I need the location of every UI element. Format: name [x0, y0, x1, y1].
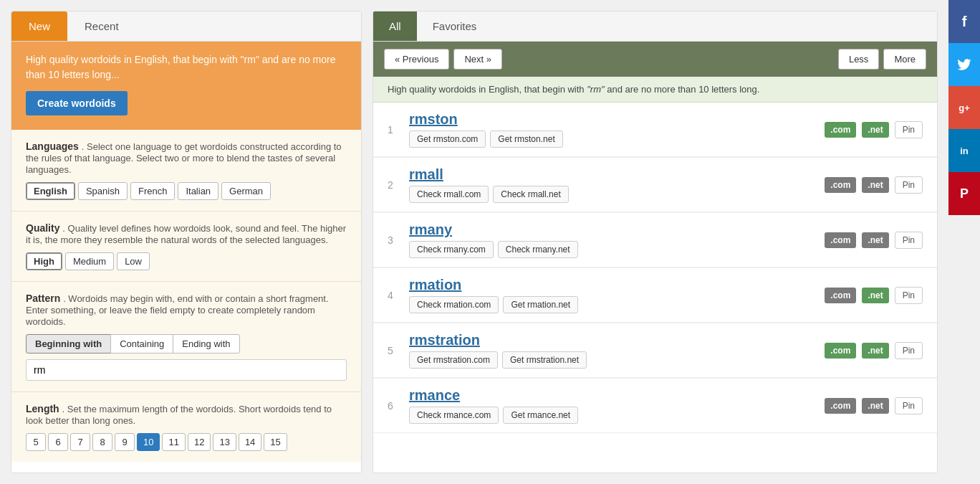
- right-tabs: All Favorites: [373, 11, 937, 42]
- word-link[interactable]: rmall: [409, 166, 443, 182]
- pin-button[interactable]: Pin: [895, 176, 923, 194]
- quality-medium[interactable]: Medium: [65, 252, 114, 270]
- com-badge[interactable]: .com: [825, 343, 856, 359]
- lang-german[interactable]: German: [221, 182, 271, 200]
- word-link[interactable]: rmany: [409, 222, 452, 237]
- less-button[interactable]: Less: [838, 49, 879, 70]
- result-num: 5: [388, 345, 409, 356]
- left-tabs: New Recent: [11, 11, 361, 42]
- check-com-btn[interactable]: Check rmation.com: [409, 296, 499, 313]
- get-com-btn[interactable]: Get rmstration.com: [409, 351, 498, 369]
- pattern-beginning[interactable]: Beginning with: [26, 334, 111, 353]
- quality-low[interactable]: Low: [117, 252, 150, 270]
- tab-all[interactable]: All: [373, 11, 417, 41]
- get-net-btn[interactable]: Get rmance.net: [503, 407, 578, 424]
- net-badge[interactable]: .net: [862, 343, 888, 359]
- result-row: 4 rmation Check rmation.com Get rmation.…: [373, 268, 937, 323]
- check-com-btn[interactable]: Check rmance.com: [409, 407, 499, 424]
- len-6[interactable]: 6: [48, 433, 68, 451]
- check-net-btn[interactable]: Check rmany.net: [498, 241, 578, 258]
- com-badge[interactable]: .com: [825, 232, 856, 248]
- result-actions: .com .net Pin: [825, 176, 923, 194]
- get-net-btn[interactable]: Get rmstration.net: [502, 351, 587, 369]
- result-row: 3 rmany Check rmany.com Check rmany.net …: [373, 213, 937, 267]
- len-10[interactable]: 10: [137, 433, 160, 451]
- check-com-btn[interactable]: Check rmall.com: [409, 186, 489, 203]
- com-badge[interactable]: .com: [825, 288, 856, 303]
- lang-french[interactable]: French: [130, 182, 175, 200]
- pinterest-button[interactable]: P: [948, 172, 980, 215]
- len-13[interactable]: 13: [213, 433, 236, 451]
- nav-right: Less More: [838, 49, 926, 70]
- quality-title: Quality: [26, 222, 59, 234]
- len-11[interactable]: 11: [162, 433, 185, 451]
- right-panel: All Favorites « Previous Next » Less Mor…: [373, 11, 938, 473]
- result-word: rmston Get rmston.com Get rmston.net: [409, 111, 825, 148]
- length-options: 5 6 7 8 9 10 11 12 13 14 15: [26, 433, 347, 451]
- pin-button[interactable]: Pin: [895, 397, 923, 414]
- result-row: 1 rmston Get rmston.com Get rmston.net .…: [373, 103, 937, 157]
- pattern-desc: . Wordoids may begin with, end with or c…: [26, 293, 329, 327]
- com-badge[interactable]: .com: [825, 398, 856, 414]
- pattern-input[interactable]: [26, 359, 347, 381]
- result-num: 1: [388, 124, 409, 136]
- len-15[interactable]: 15: [264, 433, 287, 451]
- word-link[interactable]: rmstration: [409, 332, 480, 348]
- next-button[interactable]: Next »: [453, 49, 502, 70]
- length-desc: . Set the maximum length of the wordoids…: [26, 404, 332, 426]
- create-wordoids-button[interactable]: Create wordoids: [26, 91, 128, 115]
- linkedin-button[interactable]: in: [948, 129, 980, 172]
- com-badge[interactable]: .com: [825, 177, 856, 193]
- len-7[interactable]: 7: [70, 433, 90, 451]
- len-5[interactable]: 5: [26, 433, 46, 451]
- result-actions: .com .net Pin: [825, 121, 923, 138]
- word-link[interactable]: rmance: [409, 387, 460, 403]
- len-12[interactable]: 12: [188, 433, 211, 451]
- get-net-btn[interactable]: Get rmston.net: [490, 131, 562, 148]
- facebook-button[interactable]: f: [948, 0, 980, 43]
- lang-english[interactable]: English: [26, 182, 75, 200]
- tab-new[interactable]: New: [11, 11, 67, 41]
- tab-recent[interactable]: Recent: [67, 11, 136, 41]
- pin-button[interactable]: Pin: [895, 121, 923, 138]
- tab-favorites[interactable]: Favorites: [417, 11, 493, 41]
- len-9[interactable]: 9: [115, 433, 135, 451]
- pin-button[interactable]: Pin: [895, 342, 923, 359]
- lang-spanish[interactable]: Spanish: [78, 182, 128, 200]
- len-8[interactable]: 8: [92, 433, 112, 451]
- word-link[interactable]: rmston: [409, 111, 458, 127]
- pin-button[interactable]: Pin: [895, 232, 923, 249]
- check-com-btn[interactable]: Check rmany.com: [409, 241, 494, 258]
- pattern-containing[interactable]: Containing: [110, 334, 173, 353]
- result-word: rmall Check rmall.com Check rmall.net: [409, 166, 825, 203]
- twitter-button[interactable]: [948, 43, 980, 86]
- result-row: 5 rmstration Get rmstration.com Get rmst…: [373, 323, 937, 378]
- word-link[interactable]: rmation: [409, 277, 461, 293]
- get-net-btn[interactable]: Get rmation.net: [503, 296, 578, 313]
- pin-button[interactable]: Pin: [895, 287, 923, 304]
- pattern-ending[interactable]: Ending with: [173, 334, 239, 353]
- net-badge[interactable]: .net: [862, 177, 888, 193]
- check-net-btn[interactable]: Check rmall.net: [493, 186, 568, 203]
- result-actions: .com .net Pin: [825, 287, 923, 304]
- com-badge[interactable]: .com: [825, 122, 856, 138]
- orange-box: High quality wordoids in English, that b…: [11, 42, 361, 130]
- quality-desc: . Quality level defines how wordoids loo…: [26, 223, 346, 245]
- nav-left: « Previous Next »: [384, 49, 502, 70]
- net-badge[interactable]: .net: [862, 122, 888, 138]
- net-badge[interactable]: .net: [862, 288, 888, 303]
- googleplus-button[interactable]: g+: [948, 86, 980, 129]
- pattern-title: Pattern: [26, 293, 60, 304]
- lang-italian[interactable]: Italian: [178, 182, 218, 200]
- net-badge[interactable]: .net: [862, 398, 888, 414]
- quality-high[interactable]: High: [26, 252, 62, 270]
- more-button[interactable]: More: [883, 49, 926, 70]
- social-sidebar: f g+ in P: [948, 0, 980, 484]
- orange-description: High quality wordoids in English, that b…: [26, 52, 347, 82]
- net-badge[interactable]: .net: [862, 232, 888, 248]
- pattern-section: Pattern . Wordoids may begin with, end w…: [11, 282, 361, 392]
- prev-button[interactable]: « Previous: [384, 49, 449, 70]
- len-14[interactable]: 14: [239, 433, 261, 451]
- get-com-btn[interactable]: Get rmston.com: [409, 131, 486, 148]
- info-bar: High quality wordoids in English, that b…: [373, 77, 937, 103]
